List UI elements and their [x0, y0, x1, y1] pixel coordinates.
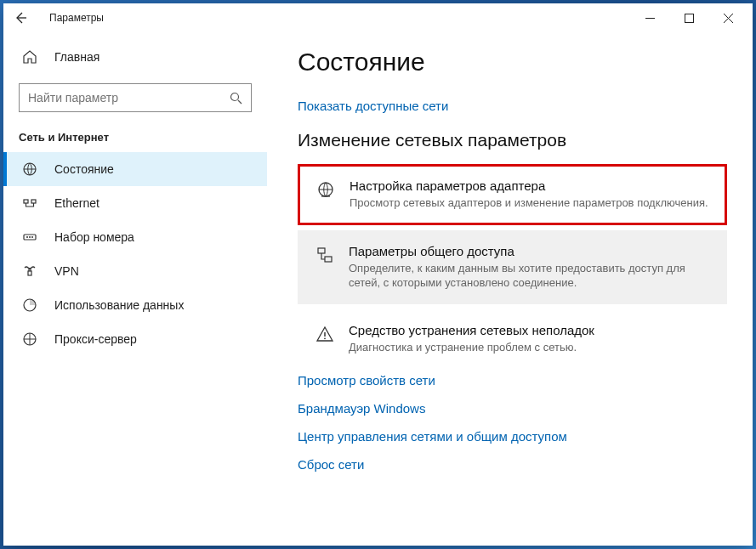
home-icon [22, 49, 41, 65]
sidebar-item-proxy[interactable]: Прокси-сервер [3, 322, 267, 356]
sidebar-item-label: Использование данных [54, 298, 184, 312]
option-desc: Определите, к каким данным вы хотите пре… [349, 261, 712, 291]
sharing-icon [313, 246, 337, 264]
link-network-reset[interactable]: Сброс сети [298, 457, 727, 472]
option-desc: Просмотр сетевых адаптеров и изменение п… [350, 195, 711, 211]
data-usage-icon [22, 297, 41, 313]
option-title: Средство устранения сетевых неполадок [349, 323, 712, 337]
svg-point-1 [231, 93, 239, 100]
svg-point-6 [26, 236, 28, 238]
option-sharing-settings[interactable]: Параметры общего доступа Определите, к к… [298, 230, 727, 304]
option-title: Настройка параметров адаптера [350, 178, 711, 193]
minimize-icon [645, 14, 655, 23]
sidebar-item-status[interactable]: Состояние [3, 152, 267, 186]
links-list: Просмотр свойств сети Брандмауэр Windows… [298, 373, 727, 472]
home-label: Главная [54, 50, 99, 64]
close-icon [724, 14, 733, 23]
option-body: Параметры общего доступа Определите, к к… [349, 244, 712, 291]
search-input[interactable] [28, 91, 230, 105]
ethernet-icon [22, 195, 41, 211]
svg-point-15 [324, 337, 326, 339]
sidebar-item-data-usage[interactable]: Использование данных [3, 288, 267, 322]
back-button[interactable] [14, 11, 37, 25]
dialup-icon [22, 229, 41, 245]
svg-rect-13 [318, 248, 325, 253]
sidebar-item-dialup[interactable]: Набор номера [3, 220, 267, 254]
warning-icon [313, 325, 337, 343]
svg-rect-0 [685, 14, 693, 22]
option-troubleshoot[interactable]: Средство устранения сетевых неполадок Ди… [298, 309, 727, 369]
link-network-properties[interactable]: Просмотр свойств сети [298, 373, 727, 388]
option-body: Настройка параметров адаптера Просмотр с… [350, 178, 711, 211]
subhead-change-network: Изменение сетевых параметров [298, 130, 727, 150]
sidebar-section-title: Сеть и Интернет [3, 127, 267, 152]
sidebar-item-ethernet[interactable]: Ethernet [3, 186, 267, 220]
sidebar-item-label: VPN [54, 264, 79, 278]
link-show-networks[interactable]: Показать доступные сети [298, 99, 727, 113]
sidebar: Главная Сеть и Интернет Состояние Et [3, 32, 267, 546]
proxy-icon [22, 331, 41, 347]
search-box[interactable] [19, 83, 252, 112]
svg-rect-14 [325, 257, 332, 262]
window-title: Параметры [49, 12, 104, 24]
globe-icon [22, 161, 41, 177]
svg-point-8 [31, 236, 33, 238]
option-body: Средство устранения сетевых неполадок Ди… [349, 323, 712, 355]
main-panel: Состояние Показать доступные сети Измене… [267, 32, 753, 546]
titlebar: Параметры [3, 3, 753, 32]
vpn-icon [22, 263, 41, 279]
option-desc: Диагностика и устранение проблем с сетью… [349, 340, 712, 355]
content-area: Главная Сеть и Интернет Состояние Et [3, 32, 753, 546]
option-title: Параметры общего доступа [349, 244, 712, 258]
link-firewall[interactable]: Брандмауэр Windows [298, 401, 727, 416]
link-network-center[interactable]: Центр управления сетями и общим доступом [298, 429, 727, 444]
sidebar-item-label: Набор номера [54, 230, 134, 244]
svg-point-7 [29, 236, 31, 238]
svg-rect-4 [31, 200, 36, 203]
arrow-left-icon [14, 11, 27, 25]
minimize-button[interactable] [630, 4, 669, 31]
sidebar-item-label: Состояние [54, 162, 114, 176]
maximize-button[interactable] [669, 4, 708, 31]
sidebar-item-label: Прокси-сервер [54, 332, 137, 346]
settings-window: Параметры Главная Сет [3, 3, 753, 546]
sidebar-item-vpn[interactable]: VPN [3, 254, 267, 288]
adapter-icon [314, 180, 338, 199]
page-title: Состояние [298, 48, 727, 76]
home-nav[interactable]: Главная [3, 41, 267, 73]
search-icon [230, 92, 242, 105]
svg-rect-9 [28, 271, 31, 275]
option-adapter-settings[interactable]: Настройка параметров адаптера Просмотр с… [298, 164, 727, 225]
close-button[interactable] [708, 4, 747, 31]
svg-rect-3 [24, 200, 28, 203]
sidebar-item-label: Ethernet [54, 196, 99, 210]
maximize-icon [685, 14, 694, 23]
